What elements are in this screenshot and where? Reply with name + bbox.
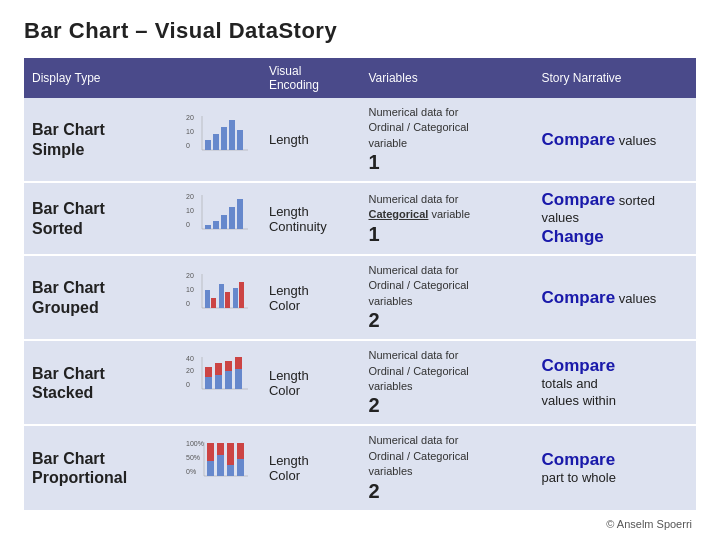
svg-rect-25 bbox=[205, 290, 210, 308]
svg-rect-7 bbox=[221, 127, 227, 150]
title-prefix: Bar Chart bbox=[24, 18, 129, 43]
title-suffix: – Visual DataStory bbox=[129, 18, 337, 43]
svg-rect-30 bbox=[239, 282, 244, 308]
svg-rect-6 bbox=[213, 134, 219, 150]
svg-rect-50 bbox=[207, 461, 214, 476]
svg-rect-42 bbox=[235, 369, 242, 389]
table-row: Bar Chart Grouped 20 10 0 bbox=[24, 255, 696, 340]
svg-rect-38 bbox=[215, 375, 222, 389]
table-row: Bar Chart Sorted 20 10 0 bbox=[24, 182, 696, 255]
svg-rect-19 bbox=[237, 199, 243, 229]
svg-text:0: 0 bbox=[186, 142, 190, 149]
svg-text:10: 10 bbox=[186, 286, 194, 293]
svg-text:0: 0 bbox=[186, 221, 190, 228]
chart-table: Display Type Visual Encoding Variables S… bbox=[24, 58, 696, 512]
narrative-sorted: Compare sorted values Change bbox=[533, 182, 696, 255]
svg-text:20: 20 bbox=[186, 114, 194, 121]
svg-text:20: 20 bbox=[186, 272, 194, 279]
svg-rect-5 bbox=[205, 140, 211, 150]
svg-rect-40 bbox=[225, 371, 232, 389]
header-display: Display Type bbox=[24, 58, 176, 98]
copyright: © Anselm Spoerri bbox=[24, 518, 696, 530]
svg-rect-55 bbox=[237, 443, 244, 459]
svg-text:0: 0 bbox=[186, 300, 190, 307]
svg-rect-54 bbox=[227, 465, 234, 476]
svg-rect-15 bbox=[205, 225, 211, 229]
encoding-proportional: LengthColor bbox=[261, 425, 361, 510]
chart-stacked: 40 20 0 bbox=[176, 340, 261, 425]
page: Bar Chart – Visual DataStory Display Typ… bbox=[0, 0, 720, 540]
display-type-stacked: Bar Chart Stacked bbox=[24, 340, 176, 425]
display-type-proportional: Bar Chart Proportional bbox=[24, 425, 176, 510]
header-chart bbox=[176, 58, 261, 98]
variables-proportional: Numerical data for Ordinal / Categorical… bbox=[361, 425, 534, 510]
svg-rect-56 bbox=[237, 459, 244, 476]
narrative-grouped: Compare values bbox=[533, 255, 696, 340]
svg-text:0: 0 bbox=[186, 381, 190, 388]
svg-rect-26 bbox=[211, 298, 216, 308]
header-variables: Variables bbox=[361, 58, 534, 98]
svg-text:40: 40 bbox=[186, 355, 194, 362]
svg-rect-49 bbox=[207, 443, 214, 461]
header-narrative: Story Narrative bbox=[533, 58, 696, 98]
narrative-simple: Compare values bbox=[533, 98, 696, 182]
svg-rect-39 bbox=[215, 363, 222, 375]
svg-rect-36 bbox=[205, 377, 212, 389]
encoding-grouped: LengthColor bbox=[261, 255, 361, 340]
display-type-simple: Bar Chart Simple bbox=[24, 98, 176, 182]
svg-text:10: 10 bbox=[186, 207, 194, 214]
chart-proportional: 100% 50% 0% bbox=[176, 425, 261, 510]
svg-rect-18 bbox=[229, 207, 235, 229]
header-encoding: Visual Encoding bbox=[261, 58, 361, 98]
display-type-sorted: Bar Chart Sorted bbox=[24, 182, 176, 255]
svg-rect-53 bbox=[227, 443, 234, 465]
variables-stacked: Numerical data for Ordinal / Categorical… bbox=[361, 340, 534, 425]
table-row: Bar Chart Stacked 40 20 0 bbox=[24, 340, 696, 425]
svg-rect-8 bbox=[229, 120, 235, 150]
svg-rect-16 bbox=[213, 221, 219, 229]
svg-rect-37 bbox=[205, 367, 212, 377]
svg-rect-41 bbox=[225, 361, 232, 371]
table-row: Bar Chart Simple 20 10 0 bbox=[24, 98, 696, 182]
chart-sorted: 20 10 0 bbox=[176, 182, 261, 255]
svg-text:100%: 100% bbox=[186, 440, 204, 447]
svg-rect-51 bbox=[217, 443, 224, 455]
table-row: Bar Chart Proportional 100% 50% 0% bbox=[24, 425, 696, 510]
display-line1: Bar Chart bbox=[32, 121, 105, 138]
svg-rect-28 bbox=[225, 292, 230, 308]
encoding-simple: Length bbox=[261, 98, 361, 182]
encoding-sorted: LengthContinuity bbox=[261, 182, 361, 255]
svg-text:20: 20 bbox=[186, 193, 194, 200]
chart-simple: 20 10 0 bbox=[176, 98, 261, 182]
narrative-proportional: Compare part to whole bbox=[533, 425, 696, 510]
display-type-grouped: Bar Chart Grouped bbox=[24, 255, 176, 340]
svg-rect-43 bbox=[235, 357, 242, 369]
svg-rect-27 bbox=[219, 284, 224, 308]
svg-text:0%: 0% bbox=[186, 468, 196, 475]
svg-rect-9 bbox=[237, 130, 243, 150]
page-title: Bar Chart – Visual DataStory bbox=[24, 18, 696, 44]
variables-simple: Numerical data for Ordinal / Categorical… bbox=[361, 98, 534, 182]
svg-rect-52 bbox=[217, 455, 224, 476]
display-line2: Sorted bbox=[32, 220, 83, 237]
svg-rect-29 bbox=[233, 288, 238, 308]
svg-text:20: 20 bbox=[186, 367, 194, 374]
svg-text:50%: 50% bbox=[186, 454, 200, 461]
svg-text:10: 10 bbox=[186, 128, 194, 135]
chart-grouped: 20 10 0 bbox=[176, 255, 261, 340]
variables-sorted: Numerical data for Categorical variable … bbox=[361, 182, 534, 255]
display-line2: Simple bbox=[32, 141, 84, 158]
svg-rect-17 bbox=[221, 215, 227, 229]
narrative-stacked: Compare totals and values within bbox=[533, 340, 696, 425]
encoding-stacked: LengthColor bbox=[261, 340, 361, 425]
display-line1: Bar Chart bbox=[32, 200, 105, 217]
variables-grouped: Numerical data for Ordinal / Categorical… bbox=[361, 255, 534, 340]
